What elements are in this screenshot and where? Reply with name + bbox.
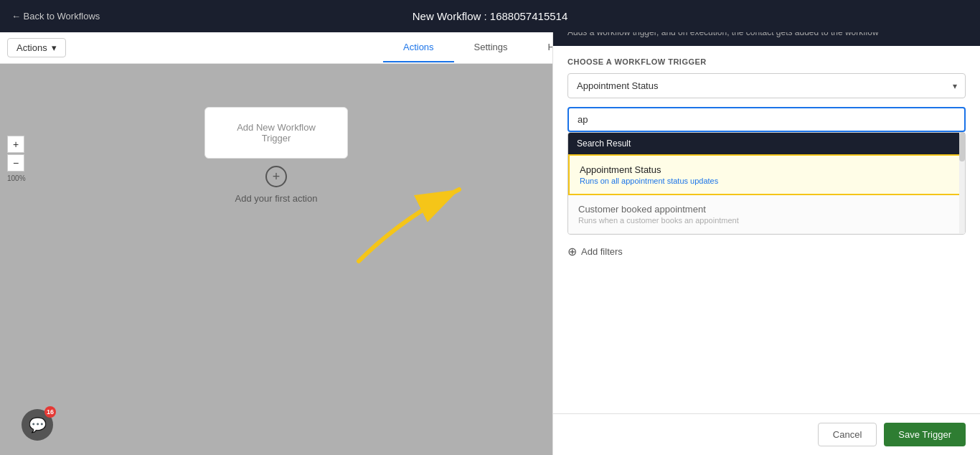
zoom-controls: + − 100%	[7, 136, 26, 182]
trigger-dropdown[interactable]: Appointment Status	[567, 73, 966, 98]
panel-body: CHOOSE A WORKFLOW TRIGGER Appointment St…	[553, 46, 980, 413]
search-results-header: Search Result	[568, 133, 965, 154]
add-filters-icon: ⊕	[567, 245, 577, 258]
result-desc-1: Runs on all appointment status updates	[580, 177, 953, 185]
choose-trigger-label: CHOOSE A WORKFLOW TRIGGER	[567, 57, 966, 66]
actions-arrow-icon: ▾	[52, 42, 57, 53]
chat-icon: 💬 16	[22, 409, 53, 441]
actions-label: Actions	[17, 42, 47, 53]
result-title-2: Customer booked appointment	[578, 204, 955, 215]
header: ← Back to Workflows New Workflow : 16880…	[0, 0, 980, 32]
back-button[interactable]: ← Back to Workflows	[0, 11, 111, 22]
zoom-out-icon: −	[13, 157, 19, 169]
chat-widget[interactable]: 💬 16	[22, 409, 53, 441]
workflow-canvas: + − 100% Add New Workflow Trigger + Add …	[0, 64, 552, 455]
zoom-in-button[interactable]: +	[7, 136, 24, 153]
workflow-trigger-card[interactable]: Add New Workflow Trigger	[204, 107, 348, 159]
scrollbar-track	[959, 133, 965, 234]
tab-actions[interactable]: Actions	[383, 33, 454, 62]
search-results-container: Search Result Appointment Status Runs on…	[567, 132, 966, 235]
result-desc-2: Runs when a customer books an appointmen…	[578, 216, 955, 225]
add-filters-label: Add filters	[581, 246, 623, 257]
actions-dropdown-button[interactable]: Actions ▾	[7, 38, 66, 57]
workflow-trigger-panel: Workflow Trigger Adds a workflow trigger…	[552, 0, 980, 455]
panel-footer: Cancel Save Trigger	[553, 413, 980, 455]
trigger-line1: Add New Workflow	[234, 122, 319, 133]
chat-badge-count: 16	[44, 406, 56, 418]
cancel-button[interactable]: Cancel	[818, 423, 877, 446]
add-node-icon: +	[273, 169, 281, 184]
add-first-action-label: Add your first action	[235, 193, 318, 204]
add-node-button[interactable]: +	[265, 166, 287, 187]
zoom-level-label: 100%	[7, 174, 26, 182]
trigger-line2: Trigger	[234, 133, 319, 144]
search-result-appointment-status[interactable]: Appointment Status Runs on all appointme…	[568, 154, 965, 195]
arrow-annotation	[344, 175, 488, 286]
tab-settings[interactable]: Settings	[454, 33, 528, 62]
back-label: ← Back to Workflows	[11, 11, 100, 22]
search-result-customer-booked[interactable]: Customer booked appointment Runs when a …	[568, 195, 965, 234]
trigger-search-input[interactable]	[567, 107, 966, 132]
save-trigger-button[interactable]: Save Trigger	[884, 423, 966, 446]
scrollbar-thumb[interactable]	[959, 133, 965, 161]
result-title-1: Appointment Status	[580, 164, 953, 175]
zoom-out-button[interactable]: −	[7, 154, 24, 172]
trigger-dropdown-wrapper: Appointment Status ▾	[567, 73, 966, 98]
zoom-in-icon: +	[13, 139, 19, 150]
page-title: New Workflow : 1688057415514	[413, 10, 568, 22]
add-filters-row[interactable]: ⊕ Add filters	[567, 245, 966, 258]
